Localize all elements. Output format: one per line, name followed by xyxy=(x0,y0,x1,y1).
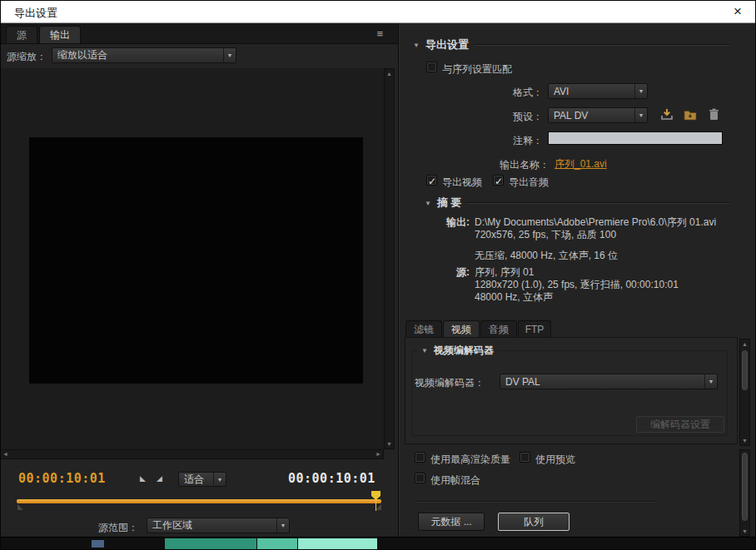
format-dropdown[interactable]: AVI ▼ xyxy=(548,83,648,99)
work-area-right-handle[interactable] xyxy=(376,504,381,510)
disclosure-triangle-icon[interactable]: ▼ xyxy=(421,347,428,354)
settings-scrollbar[interactable]: ▼ xyxy=(739,449,750,537)
preset-dropdown[interactable]: PAL DV ▼ xyxy=(548,107,648,123)
codec-settings-button: 编解码器设置 xyxy=(636,416,724,433)
chevron-down-icon: ▼ xyxy=(704,374,717,389)
tab-source-label: 源 xyxy=(17,29,27,41)
save-preset-icon[interactable] xyxy=(659,107,674,121)
video-codec-dropdown[interactable]: DV PAL ▼ xyxy=(500,374,718,389)
match-sequence-label: 与序列设置匹配 xyxy=(442,62,512,77)
left-tab-bar: 源 输出 ≡ xyxy=(0,23,398,44)
source-scaling-label: 源缩放： xyxy=(7,50,47,64)
header-rule xyxy=(475,44,729,46)
set-in-point-icon[interactable]: ◣ xyxy=(140,474,146,483)
tab-filters[interactable]: 滤镜 xyxy=(405,320,442,338)
scrollbar-thumb[interactable] xyxy=(742,350,748,390)
frame-blending-checkbox[interactable]: ✓ xyxy=(415,473,425,483)
tab-ftp[interactable]: FTP xyxy=(518,320,551,338)
chevron-down-icon: ▼ xyxy=(634,108,647,122)
frame-blending-label: 使用帧混合 xyxy=(430,473,480,488)
tab-source[interactable]: 源 xyxy=(6,26,37,43)
codec-header-title: 视频编解码器 xyxy=(434,344,494,358)
scroll-down-icon[interactable]: ▼ xyxy=(740,527,749,536)
dialog-title: 导出设置 xyxy=(14,6,57,21)
scroll-up-icon[interactable]: ▲ xyxy=(740,339,749,349)
duration-timecode: 00:00:10:01 xyxy=(288,471,376,486)
export-audio-label: 导出音频 xyxy=(509,176,549,190)
format-label: 格式： xyxy=(460,86,543,100)
chevron-down-icon: ▼ xyxy=(276,518,289,533)
max-render-quality-label: 使用最高渲染质量 xyxy=(430,453,510,467)
tab-audio[interactable]: 音频 xyxy=(480,320,517,338)
format-value: AVI xyxy=(549,84,634,98)
zoom-level-value: 适合 xyxy=(179,473,213,486)
comments-label: 注释： xyxy=(460,134,543,148)
import-preset-icon[interactable] xyxy=(683,108,698,121)
delete-preset-icon[interactable] xyxy=(706,107,721,121)
scroll-right-icon[interactable]: ► xyxy=(376,451,381,457)
chevron-down-icon: ▼ xyxy=(213,473,226,486)
tab-ftp-label: FTP xyxy=(525,324,545,335)
summary-source-line: 48000 Hz, 立体声 xyxy=(475,290,553,305)
preset-label: 预设： xyxy=(460,110,543,124)
scroll-left-icon[interactable]: ◄ xyxy=(2,451,8,457)
panel-menu-icon[interactable]: ≡ xyxy=(376,27,383,40)
timeline-scrubber-bar[interactable] xyxy=(17,499,381,503)
preset-value: PAL DV xyxy=(549,108,634,122)
summary-output-line: 无压缩, 48000 Hz, 立体声, 16 位 xyxy=(475,249,618,263)
source-range-label: 源范围： xyxy=(98,521,138,535)
playhead-line xyxy=(376,499,376,511)
current-timecode[interactable]: 00:00:10:01 xyxy=(18,471,106,486)
tab-content-scrollbar[interactable]: ▲ ▼ xyxy=(739,339,750,446)
match-sequence-checkbox[interactable]: ✓ xyxy=(426,62,437,72)
export-settings-header: ▼ 导出设置 xyxy=(413,37,729,52)
source-range-value: 工作区域 xyxy=(147,518,276,533)
video-codec-label: 视频编解码器： xyxy=(415,376,485,390)
use-previews-checkbox[interactable]: ✓ xyxy=(520,452,530,463)
background-timeline-strip xyxy=(0,537,756,550)
export-audio-checkbox[interactable]: ✓ xyxy=(493,175,504,186)
video-codec-value: DV PAL xyxy=(500,374,704,389)
disclosure-triangle-icon[interactable]: ▼ xyxy=(425,200,431,207)
preview-vertical-scrollbar[interactable]: ▲ ▼ xyxy=(384,68,395,449)
export-video-label: 导出视频 xyxy=(442,176,482,190)
panel-divider-highlight xyxy=(399,23,400,537)
output-name-link[interactable]: 序列_01.avi xyxy=(555,157,607,171)
tab-video-label: 视频 xyxy=(451,324,471,335)
check-icon: ✓ xyxy=(495,176,503,187)
scroll-down-icon[interactable]: ▼ xyxy=(385,439,394,448)
scroll-up-icon[interactable]: ▲ xyxy=(385,69,394,78)
source-range-dropdown[interactable]: 工作区域 ▼ xyxy=(147,518,290,533)
video-preview xyxy=(29,137,363,384)
scrollbar-thumb[interactable] xyxy=(742,453,748,521)
comments-input[interactable] xyxy=(548,131,723,145)
tab-output[interactable]: 输出 xyxy=(39,26,81,43)
metadata-button[interactable]: 元数据 ... xyxy=(418,513,485,531)
codec-header: ▼ 视频编解码器 xyxy=(418,344,497,358)
disclosure-triangle-icon[interactable]: ▼ xyxy=(413,42,420,49)
max-render-quality-checkbox[interactable]: ✓ xyxy=(415,452,425,463)
tab-filters-label: 滤镜 xyxy=(414,324,434,335)
source-scaling-dropdown[interactable]: 缩放以适合 ▼ xyxy=(52,47,236,63)
close-button[interactable]: × xyxy=(726,2,749,22)
scroll-down-icon[interactable]: ▼ xyxy=(740,436,749,445)
footer-divider xyxy=(416,501,658,503)
titlebar: 导出设置 × xyxy=(0,0,756,23)
summary-output-label: 输出: xyxy=(418,216,470,230)
export-settings-title: 导出设置 xyxy=(425,37,469,52)
timeline-clip xyxy=(92,540,104,548)
tab-video[interactable]: 视频 xyxy=(443,320,480,338)
summary-header: ▼ 摘 要 xyxy=(425,196,729,211)
queue-button[interactable]: 队列 xyxy=(498,513,569,531)
tab-audio-label: 音频 xyxy=(489,324,509,335)
zoom-level-dropdown[interactable]: 适合 ▼ xyxy=(178,472,226,487)
export-video-checkbox[interactable]: ✓ xyxy=(426,175,437,186)
preview-horizontal-scrollbar[interactable]: ◄ ► xyxy=(0,449,384,459)
work-area-left-handle[interactable] xyxy=(17,504,23,510)
chevron-down-icon: ▼ xyxy=(634,84,647,98)
header-rule xyxy=(468,202,729,204)
set-out-point-icon[interactable]: ◢ xyxy=(157,474,162,483)
check-icon: ✓ xyxy=(428,176,436,187)
timeline-clip xyxy=(298,538,377,549)
output-name-label: 输出名称： xyxy=(456,158,550,172)
